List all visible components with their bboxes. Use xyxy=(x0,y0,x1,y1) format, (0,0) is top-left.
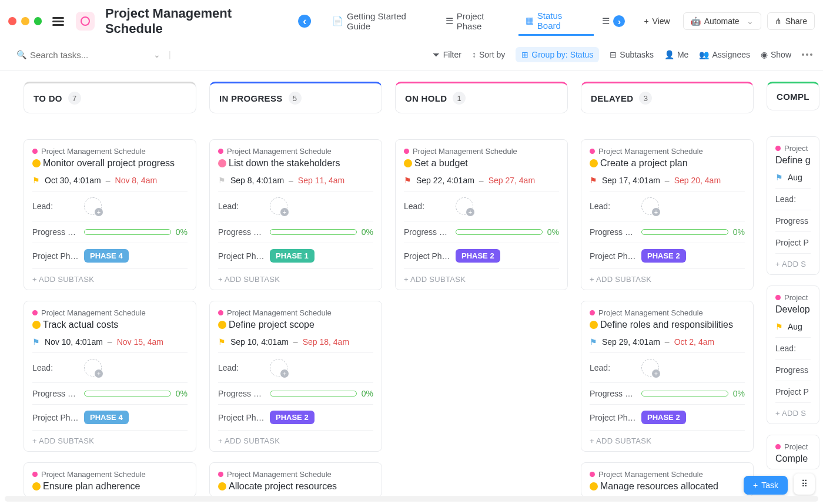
share-button[interactable]: ⋔Share xyxy=(767,12,815,30)
add-subtask-button[interactable]: + ADD SUBTASK xyxy=(404,268,559,284)
subtasks-button[interactable]: ⊟Subtasks xyxy=(610,50,654,59)
window-maximize[interactable] xyxy=(34,17,42,25)
column-header[interactable]: IN PROGRESS 5 xyxy=(209,82,382,113)
show-button[interactable]: ◉Show xyxy=(761,50,791,59)
card-title: Define roles and responsibilities xyxy=(600,320,733,330)
add-subtask-button[interactable]: + ADD SUBTASK xyxy=(590,430,745,445)
plus-icon: + xyxy=(753,481,758,490)
group-by-button[interactable]: ⊞Group by: Status xyxy=(516,47,599,62)
chevron-down-icon: ⌄ xyxy=(747,16,754,26)
assign-lead-button[interactable] xyxy=(456,197,473,215)
flag-icon: ⚑ xyxy=(775,322,783,331)
card-title: Comple xyxy=(775,453,808,464)
app-grid-button[interactable]: ⠿ xyxy=(794,473,815,495)
phase-badge[interactable]: PHASE 1 xyxy=(270,249,315,263)
column-header[interactable]: ON HOLD 1 xyxy=(395,82,568,113)
add-subtask-button[interactable]: + ADD SUBTASK xyxy=(218,268,373,284)
add-subtask-button[interactable]: + ADD SUBTASK xyxy=(32,268,188,284)
card-title: Track actual costs xyxy=(43,320,118,330)
status-icon xyxy=(590,159,598,167)
tab-project-phase[interactable]: ☰Project Phase xyxy=(439,8,517,35)
status-icon xyxy=(218,482,226,490)
search-input[interactable] xyxy=(30,50,136,60)
task-card[interactable]: Project Management Schedule Ensure plan … xyxy=(24,462,196,497)
phase-label: Project Pha... xyxy=(32,251,79,261)
status-icon xyxy=(218,159,226,167)
assignees-button[interactable]: 👥Assignees xyxy=(699,50,750,59)
assign-lead-button[interactable] xyxy=(641,197,659,215)
column-header[interactable]: DELAYED 3 xyxy=(581,82,754,113)
column-delayed: DELAYED 3 Project Management Schedule Cr… xyxy=(581,82,754,504)
assign-lead-button[interactable] xyxy=(270,359,287,377)
card-title: Define g xyxy=(775,155,811,166)
new-task-button[interactable]: +Task xyxy=(744,476,788,495)
window-minimize[interactable] xyxy=(21,17,29,25)
status-icon xyxy=(218,321,226,329)
project-dot-icon xyxy=(32,310,38,315)
chevron-down-icon[interactable]: ⌄ xyxy=(153,50,160,59)
project-logo[interactable] xyxy=(76,12,95,31)
phase-badge[interactable]: PHASE 2 xyxy=(270,411,315,424)
card-title: Define project scope xyxy=(229,320,315,330)
search-icon: 🔍 xyxy=(16,50,26,59)
robot-icon: 🤖 xyxy=(691,16,701,26)
task-card[interactable]: Project Define g ⚑Aug Lead: Progress Pro… xyxy=(767,136,819,275)
progress-bar[interactable] xyxy=(84,391,171,397)
task-card[interactable]: Project Management Schedule Define roles… xyxy=(581,301,754,452)
nav-back-icon[interactable] xyxy=(298,15,311,28)
flag-icon: ⚑ xyxy=(32,337,40,347)
plus-icon: + xyxy=(644,16,648,26)
horizontal-scrollbar[interactable] xyxy=(5,496,818,502)
assign-lead-button[interactable] xyxy=(641,359,659,377)
column-title: TO DO xyxy=(34,93,62,103)
add-subtask-button[interactable]: + ADD S xyxy=(775,253,811,268)
filter-button[interactable]: ⏷Filter xyxy=(432,50,461,59)
column-header[interactable]: TO DO 7 xyxy=(24,82,196,113)
tab-status-board[interactable]: ▦Status Board xyxy=(518,7,594,36)
phase-badge[interactable]: PHASE 4 xyxy=(84,249,129,263)
phase-badge[interactable]: PHASE 2 xyxy=(456,249,500,263)
task-card[interactable]: Project Management Schedule Allocate pro… xyxy=(209,462,382,497)
task-card[interactable]: Project Management Schedule List down th… xyxy=(209,139,382,290)
task-card[interactable]: Project Develop ⚑Aug Lead: Progress Proj… xyxy=(767,285,819,424)
share-icon: ⋔ xyxy=(775,16,782,26)
task-card[interactable]: Project Management Schedule Set a budget… xyxy=(395,139,568,290)
phase-badge[interactable]: PHASE 4 xyxy=(84,411,129,424)
nav-forward-icon[interactable]: › xyxy=(613,15,625,27)
task-card[interactable]: Project Management Schedule Monitor over… xyxy=(24,139,196,290)
phase-badge[interactable]: PHASE 2 xyxy=(641,249,686,263)
task-card[interactable]: Project Management Schedule Manage resou… xyxy=(581,462,754,497)
add-subtask-button[interactable]: + ADD SUBTASK xyxy=(32,430,188,445)
me-button[interactable]: 👤Me xyxy=(664,50,688,59)
add-subtask-button[interactable]: + ADD S xyxy=(775,402,811,418)
window-chrome: Project Management Schedule 📄Getting Sta… xyxy=(0,0,823,42)
column-title: DELAYED xyxy=(591,93,633,103)
assign-lead-button[interactable] xyxy=(84,197,102,215)
assign-lead-button[interactable] xyxy=(270,197,287,215)
menu-icon[interactable] xyxy=(52,15,64,28)
task-card[interactable]: Project Management Schedule Define proje… xyxy=(209,301,382,452)
status-icon xyxy=(404,159,412,167)
tab-more[interactable]: ☰› xyxy=(595,12,632,31)
phase-badge[interactable]: PHASE 2 xyxy=(641,411,686,424)
add-subtask-button[interactable]: + ADD SUBTASK xyxy=(218,430,373,445)
add-subtask-button[interactable]: + ADD SUBTASK xyxy=(590,268,745,284)
assign-lead-button[interactable] xyxy=(84,359,102,377)
flag-icon: ⚑ xyxy=(590,337,597,347)
task-card[interactable]: Project Management Schedule Track actual… xyxy=(24,301,196,452)
add-view-button[interactable]: +View xyxy=(637,13,677,29)
grid-icon: ⠿ xyxy=(801,479,808,489)
window-close[interactable] xyxy=(8,17,16,25)
progress-bar[interactable] xyxy=(84,229,171,235)
board-icon: ▦ xyxy=(526,15,534,26)
task-card[interactable]: Project Management Schedule Create a pro… xyxy=(581,139,754,290)
task-card[interactable]: Project Comple xyxy=(767,435,819,469)
column-header[interactable]: COMPL xyxy=(767,82,819,110)
flag-icon: ⚑ xyxy=(404,176,412,185)
automate-button[interactable]: 🤖Automate⌄ xyxy=(683,12,761,30)
toolbar-right: ⏷Filter ↕Sort by ⊞Group by: Status ⊟Subt… xyxy=(432,47,812,62)
sort-button[interactable]: ↕Sort by xyxy=(472,50,505,59)
more-icon[interactable] xyxy=(802,53,812,56)
tab-getting-started[interactable]: 📄Getting Started Guide xyxy=(325,8,437,35)
lead-label: Lead: xyxy=(32,201,79,211)
